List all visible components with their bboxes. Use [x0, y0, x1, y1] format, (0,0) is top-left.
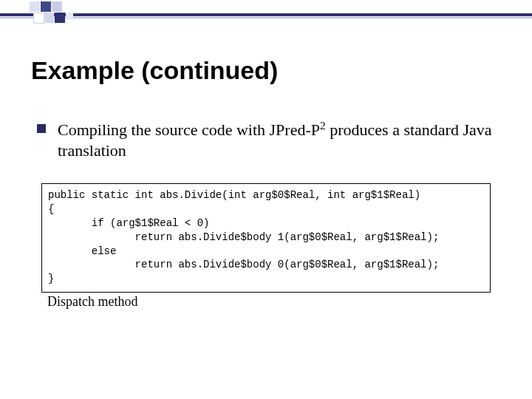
header-line-dark	[0, 13, 532, 16]
header-square-icon	[30, 1, 40, 12]
header-square-icon	[41, 1, 51, 12]
bullet-prefix: Compiling the source code with JPred-P	[58, 120, 320, 139]
code-caption: Dispatch method	[47, 294, 137, 310]
header-decoration	[0, 0, 532, 30]
code-block: public static int abs.Divide(int arg$0$R…	[41, 183, 491, 293]
header-square-icon	[33, 13, 44, 24]
bullet-text: Compiling the source code with JPred-P2 …	[58, 118, 497, 162]
code-line: }	[48, 272, 484, 286]
code-line: else	[48, 245, 484, 259]
bullet-superscript: 2	[320, 119, 326, 132]
bullet-item: Compiling the source code with JPred-P2 …	[37, 118, 497, 162]
code-line: if (arg$1$Real < 0)	[48, 216, 484, 231]
code-line: public static int abs.Divide(int arg$0$R…	[48, 188, 484, 202]
square-bullet-icon	[37, 124, 46, 133]
slide: Example (continued) Compiling the source…	[0, 0, 532, 399]
header-square-icon	[55, 13, 65, 23]
code-line: return abs.Divide$body 1(arg$0$Real, arg…	[48, 231, 484, 245]
header-square-icon	[52, 1, 62, 12]
code-line: {	[48, 202, 484, 216]
code-line: return abs.Divide$body 0(arg$0$Real, arg…	[48, 258, 484, 272]
header-square-icon	[44, 13, 54, 23]
slide-title: Example (continued)	[31, 56, 278, 85]
header-square-icon	[66, 13, 73, 20]
header-line-light	[0, 17, 532, 18]
